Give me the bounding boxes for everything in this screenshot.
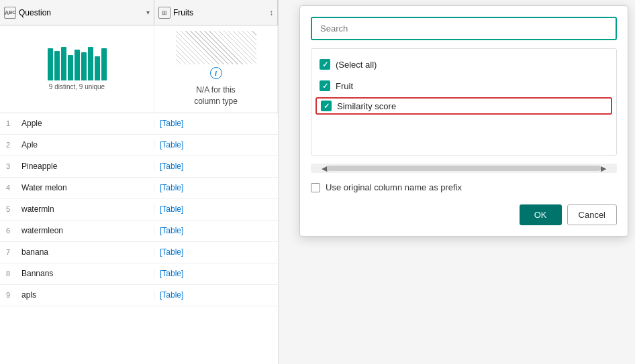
bar-8 [95,56,100,80]
row-cell-question-8: Bannans [16,269,154,278]
col-header-question: ABC Question ▾ [0,0,154,25]
stats-row: 9 distinct, 9 unique i N/A for this colu… [0,25,278,113]
main-container: ABC Question ▾ ⊞ Fruits ↕ [0,0,635,364]
ok-button[interactable]: OK [520,204,562,225]
left-panel: ABC Question ▾ ⊞ Fruits ↕ [0,0,279,364]
row-num-2: 2 [0,141,16,149]
col-label-question: Question [19,8,51,17]
table-row: 4 Water melon [Table] [0,178,278,199]
table-row: 5 watermln [Table] [0,199,278,221]
checkbox-item-fruit[interactable]: Fruit [320,77,608,95]
checkbox-item-similarity-score[interactable]: Similarity score [315,97,612,115]
checkbox-label-fruit: Fruit [336,81,353,91]
checkbox-similarity-score[interactable] [321,101,332,111]
checkbox-list: (Select all) Fruit Similarity score [311,48,617,156]
bar-5 [75,50,80,80]
row-cell-fruits-3: [Table] [154,162,278,171]
col-label-fruits: Fruits [173,8,193,17]
stats-cell-fruits: i N/A for this column type [154,25,278,113]
row-cell-fruits-4: [Table] [154,183,278,192]
na-text: N/A for this column type [194,84,238,107]
scrollbar-row: ◀ ▶ [311,164,617,173]
row-cell-question-4: Water melon [16,183,154,192]
row-num-3: 3 [0,162,16,170]
prefix-checkbox[interactable] [311,183,320,192]
cancel-button[interactable]: Cancel [567,204,617,225]
table-header: ABC Question ▾ ⊞ Fruits ↕ [0,0,278,25]
checkbox-select-all[interactable] [320,59,330,70]
col-type-icon-fruits: ⊞ [158,7,170,19]
row-cell-fruits-7: [Table] [154,247,278,257]
row-cell-question-9: apls [16,290,154,300]
bar-2 [54,51,60,80]
prefix-label: Use original column name as prefix [326,182,462,192]
data-rows: 1 Apple [Table] 2 Aple [Table] 3 Pineapp… [0,113,278,364]
row-cell-question-2: Aple [16,140,154,149]
row-num-1: 1 [0,119,16,127]
row-num-9: 9 [0,291,16,299]
info-icon: i [210,67,222,79]
col-header-fruits: ⊞ Fruits ↕ [154,0,278,25]
row-num-7: 7 [0,248,16,256]
dropdown-arrow-question[interactable]: ▾ [146,9,150,16]
row-num-8: 8 [0,269,16,278]
bar-1 [48,48,53,80]
bar-6 [81,52,87,80]
row-cell-fruits-1: [Table] [154,119,278,128]
checkbox-item-select-all[interactable]: (Select all) [320,56,608,73]
row-cell-question-5: watermln [16,204,154,214]
row-cell-question-3: Pineapple [16,162,154,171]
row-num-6: 6 [0,227,16,235]
table-row: 1 Apple [Table] [0,113,278,135]
row-cell-fruits-8: [Table] [154,269,278,278]
table-row: 6 watermleon [Table] [0,221,278,242]
checkbox-label-select-all: (Select all) [336,60,377,70]
column-selector-dialog: (Select all) Fruit Similarity score ◀ ▶ … [299,5,628,237]
na-pattern [176,31,256,64]
stats-cell-question: 9 distinct, 9 unique [0,25,154,113]
scroll-right-arrow[interactable]: ▶ [601,164,606,173]
table-row: 3 Pineapple [Table] [0,156,278,178]
table-row: 2 Aple [Table] [0,135,278,156]
row-cell-question-7: banana [16,247,154,257]
footer-buttons: OK Cancel [311,202,617,225]
bar-7 [88,47,93,80]
row-num-4: 4 [0,184,16,192]
stats-label: 9 distinct, 9 unique [49,83,105,90]
row-cell-question-1: Apple [16,119,154,128]
table-row: 8 Bannans [Table] [0,263,278,285]
bar-4 [68,55,73,80]
col-type-icon-question: ABC [4,7,16,19]
row-cell-fruits-5: [Table] [154,204,278,214]
prefix-row[interactable]: Use original column name as prefix [311,181,617,194]
table-row: 9 apls [Table] [0,285,278,306]
row-cell-fruits-9: [Table] [154,290,278,300]
search-input[interactable] [311,17,617,40]
table-row: 7 banana [Table] [0,242,278,263]
row-cell-question-6: watermleon [16,226,154,235]
row-cell-fruits-6: [Table] [154,226,278,235]
bar-chart [42,47,112,80]
checkbox-label-similarity-score: Similarity score [337,101,396,111]
bar-3 [61,47,66,80]
scroll-left-arrow[interactable]: ◀ [322,164,327,173]
row-num-5: 5 [0,205,16,213]
scrollbar-track[interactable] [327,166,601,171]
sort-icon-fruits[interactable]: ↕ [269,8,273,17]
checkbox-fruit[interactable] [320,80,330,91]
search-wrapper [311,17,617,40]
row-cell-fruits-2: [Table] [154,140,278,149]
bar-9 [101,48,107,80]
